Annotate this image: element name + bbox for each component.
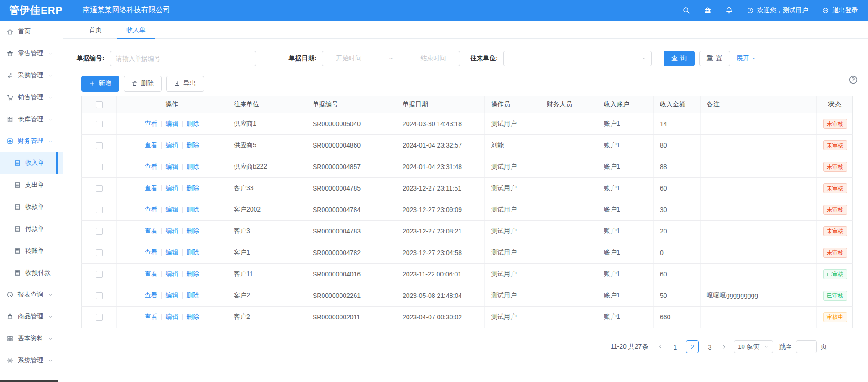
sidebar-item-expense-receipt[interactable]: 支出单 <box>0 174 63 196</box>
search-button[interactable]: 查询 <box>664 51 695 66</box>
jump-page-input[interactable] <box>796 340 817 353</box>
bell-icon[interactable] <box>725 6 733 14</box>
sidebar-item-payment-receipt[interactable]: 付款单 <box>0 218 63 240</box>
tab-income-receipt[interactable]: 收入单 <box>117 21 155 39</box>
app-logo[interactable]: 管伊佳ERP <box>9 4 63 17</box>
page-2[interactable]: 2 <box>686 340 699 353</box>
row-action-view[interactable]: 查看 <box>145 227 157 234</box>
row-action-delete[interactable]: 删除 <box>186 313 199 320</box>
sidebar-item-income-receipt[interactable]: 收入单 <box>0 152 63 174</box>
action-separator: | <box>161 313 162 320</box>
row-action-view[interactable]: 查看 <box>145 163 157 170</box>
sidebar-item-label: 首页 <box>18 27 57 36</box>
sidebar-item-transfer-receipt[interactable]: 转账单 <box>0 240 63 262</box>
row-action-view[interactable]: 查看 <box>145 249 157 256</box>
sidebar-item-sales[interactable]: 销售管理 <box>0 86 63 108</box>
sidebar-item-report-query[interactable]: 报表查询 <box>0 284 63 306</box>
row-action-delete[interactable]: 删除 <box>186 206 199 213</box>
sidebar-item-retail[interactable]: 零售管理 <box>0 42 63 64</box>
bill-no-input[interactable] <box>110 51 256 66</box>
row-action-delete[interactable]: 删除 <box>186 141 199 149</box>
welcome-user[interactable]: 欢迎您，测试用户 <box>747 6 808 15</box>
expand-link[interactable]: 展开 <box>737 54 757 63</box>
page-size-select[interactable]: 10 条/页 <box>734 340 773 353</box>
row-action-view[interactable]: 查看 <box>145 292 157 299</box>
row-action-delete[interactable]: 删除 <box>186 292 199 299</box>
row-action-edit[interactable]: 编辑 <box>166 163 178 170</box>
next-page-button[interactable] <box>718 340 730 353</box>
row-checkbox[interactable] <box>96 271 103 278</box>
bank-icon[interactable] <box>704 6 711 14</box>
row-action-delete[interactable]: 删除 <box>186 184 199 191</box>
warehouse-icon <box>6 116 14 123</box>
row-action-edit[interactable]: 编辑 <box>166 227 178 234</box>
select-all-checkbox[interactable] <box>96 101 103 108</box>
prev-page-button[interactable] <box>654 340 666 353</box>
row-action-view[interactable]: 查看 <box>145 184 157 191</box>
cell-partner: 客户2 <box>227 285 306 307</box>
horizontal-scrollbar[interactable] <box>0 380 58 382</box>
cell-remark <box>701 156 817 178</box>
export-button[interactable]: 导出 <box>166 76 204 92</box>
row-action-view[interactable]: 查看 <box>145 141 157 149</box>
add-button[interactable]: 新增 <box>81 76 119 92</box>
jump-suffix: 页 <box>821 343 827 351</box>
delete-button[interactable]: 删除 <box>124 76 162 92</box>
cell-partner: 供应商1 <box>227 113 306 135</box>
row-checkbox[interactable] <box>96 142 103 149</box>
col-header-bill-date: 单据日期 <box>396 96 485 113</box>
cell-partner: 客户33 <box>227 178 306 199</box>
row-action-view[interactable]: 查看 <box>145 270 157 277</box>
plus-icon <box>89 80 95 87</box>
search-icon[interactable] <box>682 6 690 14</box>
row-checkbox[interactable] <box>96 164 103 170</box>
row-checkbox[interactable] <box>96 185 103 192</box>
finance-icon <box>6 138 14 145</box>
page-1[interactable]: 1 <box>669 340 681 353</box>
sidebar-item-warehouse[interactable]: 仓库管理 <box>0 108 63 130</box>
sidebar-item-purchase[interactable]: 采购管理 <box>0 64 63 86</box>
welcome-text: 欢迎您，测试用户 <box>757 6 808 15</box>
date-range-input[interactable]: 开始时间 ~ 结束时间 <box>322 51 460 66</box>
row-action-delete[interactable]: 删除 <box>186 227 199 234</box>
row-action-delete[interactable]: 删除 <box>186 249 199 256</box>
cell-account: 账户1 <box>597 135 654 156</box>
row-action-delete[interactable]: 删除 <box>186 270 199 277</box>
help-icon[interactable] <box>848 75 858 85</box>
row-action-edit[interactable]: 编辑 <box>166 292 178 299</box>
row-action-edit[interactable]: 编辑 <box>166 141 178 149</box>
row-checkbox[interactable] <box>96 121 103 127</box>
row-checkbox[interactable] <box>96 228 103 235</box>
sidebar-item-system-mgmt[interactable]: 系统管理 <box>0 350 63 371</box>
sidebar-item-home[interactable]: 首页 <box>0 21 63 42</box>
logout-button[interactable]: 退出登录 <box>822 6 858 15</box>
row-checkbox[interactable] <box>96 314 103 321</box>
row-action-view[interactable]: 查看 <box>145 313 157 320</box>
row-action-edit[interactable]: 编辑 <box>166 270 178 277</box>
row-checkbox[interactable] <box>96 207 103 213</box>
tab-home[interactable]: 首页 <box>80 21 111 39</box>
row-action-view[interactable]: 查看 <box>145 120 157 127</box>
row-action-edit[interactable]: 编辑 <box>166 184 178 191</box>
row-action-delete[interactable]: 删除 <box>186 120 199 127</box>
row-action-edit[interactable]: 编辑 <box>166 120 178 127</box>
cell-finance <box>540 199 597 221</box>
sidebar-item-collect-receipt[interactable]: 收款单 <box>0 196 63 218</box>
cell-bill-no: SR00000004782 <box>306 242 396 264</box>
sidebar-item-basic-data[interactable]: 基本资料 <box>0 328 63 350</box>
row-checkbox[interactable] <box>96 292 103 299</box>
page-3[interactable]: 3 <box>703 340 716 353</box>
sidebar-item-finance[interactable]: 财务管理 <box>0 130 63 152</box>
row-action-edit[interactable]: 编辑 <box>166 249 178 256</box>
row-action-edit[interactable]: 编辑 <box>166 313 178 320</box>
row-action-edit[interactable]: 编辑 <box>166 206 178 213</box>
row-checkbox[interactable] <box>96 249 103 256</box>
row-action-delete[interactable]: 删除 <box>186 163 199 170</box>
cell-finance <box>540 307 597 328</box>
sidebar-item-label: 仓库管理 <box>18 115 47 123</box>
reset-button[interactable]: 重置 <box>699 51 730 66</box>
partner-select[interactable] <box>503 51 652 66</box>
sidebar-item-goods-mgmt[interactable]: 商品管理 <box>0 306 63 328</box>
row-action-view[interactable]: 查看 <box>145 206 157 213</box>
sidebar-item-advance-receipt[interactable]: 收预付款 <box>0 262 63 284</box>
